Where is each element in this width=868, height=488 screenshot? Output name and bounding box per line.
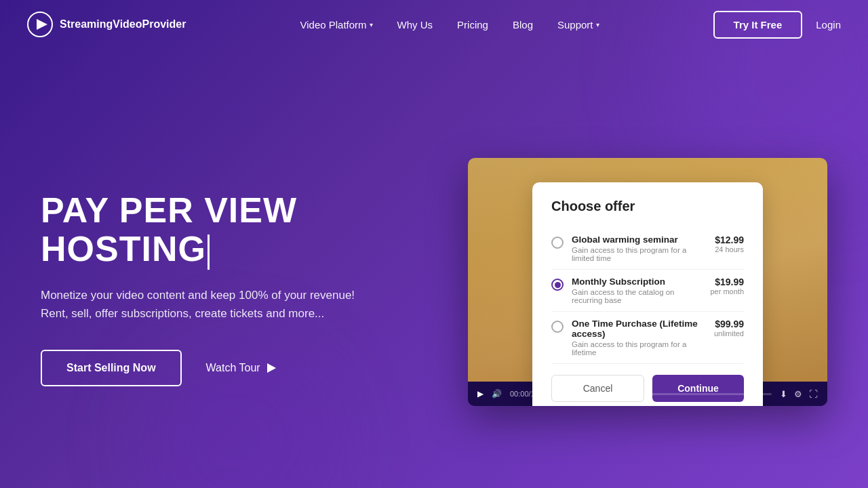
play-icon (267, 363, 276, 373)
offer-radio-1[interactable] (551, 237, 564, 249)
login-button[interactable]: Login (816, 19, 841, 30)
hero-subtitle: Monetize your video content and keep 100… (41, 286, 407, 323)
text-cursor (208, 235, 210, 270)
hero-title: PAY PER VIEW HOSTING (41, 191, 407, 269)
hero-video-widget: Choose offer Global warming seminar Gain… (468, 158, 827, 406)
offer-item-3[interactable]: One Time Purchase (Lifetime access) Gain… (551, 312, 744, 364)
watch-tour-label: Watch Tour (206, 362, 260, 374)
hero-section: PAY PER VIEW HOSTING Monetize your video… (0, 49, 868, 488)
nav-item-support[interactable]: Support ▾ (557, 19, 599, 30)
brand-name: StreamingVideoProvider (60, 18, 186, 30)
chevron-down-icon: ▾ (370, 21, 373, 28)
progress-bar[interactable] (557, 393, 772, 395)
chevron-down-icon: ▾ (596, 21, 599, 28)
cancel-button[interactable]: Cancel (551, 375, 644, 402)
offer-radio-2[interactable] (551, 279, 564, 291)
hero-actions: Start Selling Now Watch Tour (41, 350, 407, 386)
nav-item-pricing[interactable]: Pricing (457, 19, 488, 30)
play-button[interactable]: ▶ (477, 389, 484, 399)
continue-button[interactable]: Continue (652, 375, 744, 402)
navigation: StreamingVideoProvider Video Platform ▾ … (0, 0, 868, 49)
nav-item-blog[interactable]: Blog (513, 19, 533, 30)
video-background: Choose offer Global warming seminar Gain… (468, 158, 827, 382)
radio-selected-dot (555, 282, 561, 288)
offer-info-3: One Time Purchase (Lifetime access) Gain… (572, 319, 706, 357)
watch-tour-button[interactable]: Watch Tour (206, 362, 276, 374)
offer-actions: Cancel Continue (551, 375, 744, 402)
video-container: Choose offer Global warming seminar Gain… (468, 158, 827, 406)
settings-icon[interactable]: ⚙ (794, 389, 802, 399)
fullscreen-icon[interactable]: ⛶ (809, 389, 818, 399)
offer-info-2: Monthly Subscription Gain access to the … (572, 277, 702, 304)
offer-price-1: $12.99 24 hours (715, 235, 744, 253)
offer-item-1[interactable]: Global warming seminar Gain access to th… (551, 228, 744, 270)
download-icon[interactable]: ⬇ (780, 389, 787, 399)
nav-item-video-platform[interactable]: Video Platform ▾ (300, 19, 372, 30)
nav-actions: Try It Free Login (713, 11, 841, 39)
logo-icon (27, 12, 53, 37)
offer-price-3: $99.99 unlimited (714, 319, 744, 338)
nav-item-why-us[interactable]: Why Us (397, 19, 433, 30)
hero-content: PAY PER VIEW HOSTING Monetize your video… (41, 178, 407, 386)
choose-offer-modal: Choose offer Global warming seminar Gain… (532, 182, 763, 406)
volume-button[interactable]: 🔊 (492, 389, 502, 399)
try-it-free-button[interactable]: Try It Free (713, 11, 803, 39)
choose-offer-title: Choose offer (551, 199, 744, 214)
brand-logo[interactable]: StreamingVideoProvider (27, 12, 186, 37)
offer-radio-3[interactable] (551, 321, 564, 333)
nav-links: Video Platform ▾ Why Us Pricing Blog Sup… (300, 19, 599, 30)
start-selling-button[interactable]: Start Selling Now (41, 350, 182, 386)
video-controls-right: ⬇ ⚙ ⛶ (780, 389, 818, 399)
offer-price-2: $19.99 per month (710, 277, 744, 296)
offer-item-2[interactable]: Monthly Subscription Gain access to the … (551, 270, 744, 312)
offer-info-1: Global warming seminar Gain access to th… (572, 235, 707, 262)
